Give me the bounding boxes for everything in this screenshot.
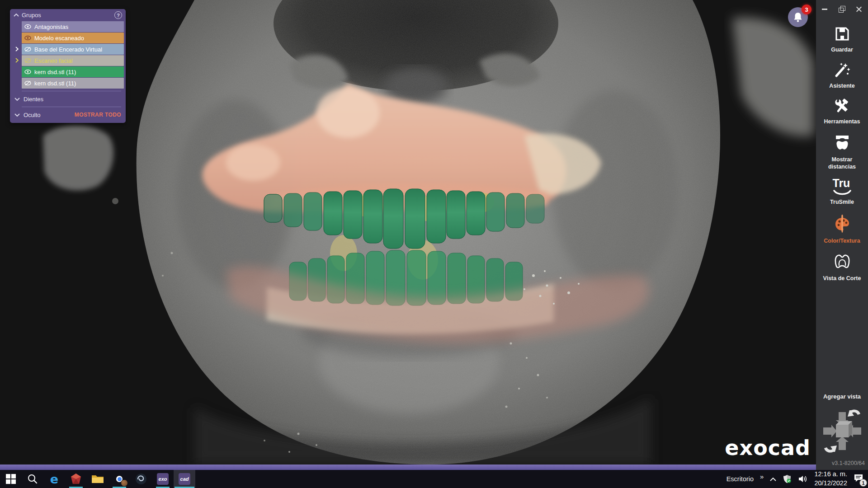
groups-panel: Grupos ? Antagonistas Modelo escaneado [10, 9, 126, 123]
notification-bell[interactable]: 3 [788, 5, 810, 27]
group-label: Escaneo facial [34, 57, 73, 64]
action-center-button[interactable]: 1 [854, 474, 863, 484]
group-row-escaneo-facial[interactable]: Escaneo facial [10, 55, 125, 66]
windows-logo-icon [6, 474, 16, 484]
red-gem-app-icon [70, 473, 82, 485]
section-label: Oculto [24, 112, 75, 118]
edge-icon: e [50, 472, 58, 486]
taskbar-search-button[interactable] [22, 470, 43, 488]
chrome-icon [113, 473, 125, 485]
tool-asistente[interactable]: Asistente [817, 58, 867, 94]
tools-icon [834, 98, 851, 116]
bell-badge: 3 [802, 5, 811, 14]
groups-panel-title: Grupos [22, 12, 114, 19]
panel-divider [22, 91, 121, 91]
tool-label: Guardar [831, 47, 853, 54]
eye-hidden-icon[interactable] [24, 47, 31, 52]
tool-label: Vista de Corte [823, 275, 861, 282]
taskbar-exocad-cad[interactable]: cad [174, 470, 195, 488]
group-label: Antagonistas [34, 23, 68, 30]
search-icon [27, 474, 38, 484]
eye-visible-icon[interactable] [24, 24, 31, 29]
eye-visible-icon[interactable] [24, 35, 31, 41]
group-row-kern-dsd-hidden[interactable]: kern dsd.stl (11) [10, 78, 125, 89]
tool-trusmile[interactable]: Tru TruSmile [817, 174, 867, 210]
section-dientes[interactable]: Dientes [10, 94, 126, 104]
restore-button[interactable] [838, 6, 846, 12]
clock[interactable]: 12:16 a. m. 20/12/2022 [814, 470, 847, 488]
volume-icon[interactable] [798, 474, 808, 483]
chevron-down-icon[interactable] [14, 97, 20, 101]
group-row-antagonistas[interactable]: Antagonistas [10, 21, 125, 32]
action-center-badge: 1 [859, 479, 867, 487]
version-label: v3.1-8200/64 [816, 460, 867, 466]
section-oculto[interactable]: Oculto MOSTRAR TODO [10, 109, 126, 120]
tool-vista-de-corte[interactable]: Vista de Corte [817, 249, 867, 286]
taskbar-exocad-exo[interactable]: exo [152, 470, 174, 488]
add-view-label[interactable]: Agregar vista [816, 393, 868, 400]
toolbar-overflow-chevrons[interactable]: » [760, 473, 764, 480]
taskbar-remote-app[interactable] [130, 470, 152, 488]
expand-arrow-icon[interactable] [14, 56, 20, 65]
group-row-modelo-escaneado[interactable]: Modelo escaneado [10, 33, 125, 43]
clock-date: 20/12/2022 [814, 479, 847, 488]
panel-divider [22, 107, 121, 107]
taskbar-edge[interactable]: e [43, 470, 65, 488]
help-icon[interactable]: ? [114, 11, 122, 19]
taskbar: e [0, 470, 868, 488]
eye-hidden-icon[interactable] [24, 80, 31, 86]
group-row-kern-dsd-visible[interactable]: kern dsd.stl (11) [10, 66, 125, 77]
cut-view-tooth-icon [833, 253, 852, 272]
trusmile-icon: Tru [833, 178, 852, 196]
swirl-app-icon [135, 473, 147, 485]
viewport-bottom-bar [0, 465, 816, 470]
defender-shield-icon[interactable] [783, 474, 792, 483]
taskbar-chrome[interactable] [108, 470, 130, 488]
folder-icon [91, 474, 104, 484]
hidden-icons-chevron[interactable] [770, 477, 776, 481]
chevron-down-icon[interactable] [14, 113, 20, 117]
section-label: Dientes [24, 96, 121, 103]
taskbar-apps: e [0, 470, 195, 488]
eye-visible-icon[interactable] [24, 69, 31, 75]
expand-arrow-icon[interactable] [14, 45, 20, 53]
minimize-button[interactable] [821, 6, 829, 12]
3d-viewport[interactable]: Grupos ? Antagonistas Modelo escaneado [0, 0, 816, 470]
distances-icon [833, 134, 851, 154]
tool-label: Asistente [829, 83, 854, 90]
exo-app-icon: exo [157, 473, 169, 485]
screen: Grupos ? Antagonistas Modelo escaneado [0, 0, 868, 488]
tool-label: Herramientas [824, 118, 860, 126]
close-button[interactable] [855, 6, 863, 12]
tool-label: Color/Textura [824, 238, 860, 245]
save-icon [834, 26, 850, 44]
system-tray: Escritorio » 12 [726, 470, 868, 488]
eye-hidden-icon[interactable] [24, 58, 31, 63]
taskbar-exoplan[interactable] [65, 470, 87, 488]
tool-list: Guardar Asistente [817, 22, 867, 286]
tool-label: TruSmile [830, 199, 854, 206]
group-label: kern dsd.stl (11) [34, 69, 76, 75]
chrome-profile-avatar [121, 479, 128, 487]
taskbar-file-explorer[interactable] [87, 470, 108, 488]
magic-wand-icon [834, 62, 851, 80]
start-button[interactable] [0, 470, 22, 488]
exocad-logo: exocad [725, 436, 811, 460]
tool-mostrar-distancias[interactable]: Mostrar distancias [817, 130, 867, 174]
tool-guardar[interactable]: Guardar [817, 22, 867, 58]
group-row-base-encerado[interactable]: Base del Encerado Virtual [10, 44, 125, 55]
trusmile-icon-text: Tru [833, 177, 850, 189]
tool-color-textura[interactable]: Color/Textura [817, 210, 867, 249]
clock-time: 12:16 a. m. [814, 470, 847, 479]
tool-label: Mostrar distancias [818, 156, 866, 170]
group-label: Modelo escaneado [34, 35, 84, 42]
collapse-chevron-icon[interactable] [14, 14, 19, 17]
show-all-button[interactable]: MOSTRAR TODO [75, 112, 121, 118]
groups-panel-header[interactable]: Grupos ? [10, 9, 126, 21]
desktop-toolbar-label[interactable]: Escritorio [726, 475, 754, 483]
group-label: kern dsd.stl (11) [34, 80, 76, 87]
tool-herramientas[interactable]: Herramientas [817, 94, 867, 130]
palette-icon [833, 214, 851, 235]
view-navigation-cube[interactable] [816, 406, 868, 456]
group-label: Base del Encerado Virtual [34, 46, 102, 53]
